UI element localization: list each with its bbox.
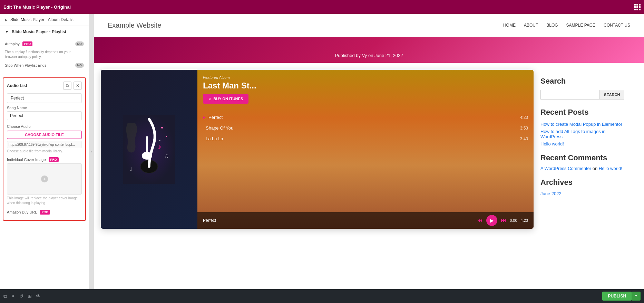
music-note-svg: ♪ ♫ ♩: [121, 115, 177, 184]
player-wrapper: ♪ ♫ ♩ Featured Album Last Man St... ♫ BU…: [101, 70, 534, 229]
cover-image-box[interactable]: +: [7, 163, 82, 195]
duplicate-button[interactable]: ⧉: [63, 82, 71, 90]
cover-image-pro-badge: PRO: [49, 157, 59, 162]
commented-post-link[interactable]: Hello world!: [599, 166, 622, 171]
layers-icon[interactable]: ⧉: [3, 293, 7, 299]
search-input[interactable]: [540, 90, 600, 100]
comment-on: on: [593, 166, 597, 171]
song-name-input[interactable]: [7, 111, 82, 120]
play-pause-button[interactable]: ▶: [486, 215, 497, 226]
archives-widget: Archives June 2022: [540, 178, 623, 197]
next-button[interactable]: ⏭: [501, 217, 506, 224]
recent-post-0[interactable]: How to create Modal Popup in Elementor: [540, 122, 623, 127]
collapse-handle[interactable]: ‹: [89, 14, 94, 289]
bottom-bar: ⧉ ✦ ↺ ⊞ 👁 PUBLISH ▼: [0, 289, 644, 303]
player-controls: Perfect ⏮ ▶ ⏭ 0:00 4:23: [197, 212, 534, 229]
album-art: ♪ ♫ ♩: [101, 70, 197, 229]
search-row: SEARCH: [540, 90, 623, 100]
panel-content: Autoplay PRO NO The autoplay functionali…: [0, 38, 89, 75]
grid-icon[interactable]: [634, 4, 641, 10]
autoplay-label: Autoplay: [5, 42, 20, 46]
choose-audio-group: Choose Audio CHOOSE AUDIO FILE http://20…: [7, 124, 82, 153]
amazon-pro-badge: PRO: [40, 210, 50, 215]
song-name-group: Song Name: [7, 106, 82, 120]
music-icon: ♫: [208, 97, 211, 101]
audio-item-bar[interactable]: Perfect: [7, 93, 82, 103]
svg-point-2: [142, 152, 152, 160]
publish-arrow[interactable]: ▼: [632, 292, 641, 301]
gradient-header: Published by Vy on June 21, 2022: [94, 37, 644, 63]
svg-point-5: [159, 140, 160, 141]
song-name-2: La La La: [206, 136, 520, 141]
history-icon[interactable]: ↺: [19, 293, 23, 299]
sidebar: ▶ Slide Music Player - Album Details ▼ S…: [0, 14, 89, 289]
buy-itunes-button[interactable]: ♫ BUY ON ITUNES: [203, 94, 248, 104]
chevron-down-icon: ▼: [5, 29, 9, 34]
audio-item-label: Perfect: [11, 96, 24, 101]
published-by: Published by Vy on June 21, 2022: [335, 53, 403, 58]
duration-2: 3:40: [520, 136, 528, 141]
playlist-item-2[interactable]: La La La 3:40: [197, 133, 534, 144]
sidebar-item-album-label: Slide Music Player - Album Details: [10, 17, 74, 22]
recent-post-1[interactable]: How to add Alt Tags to images in WordPre…: [540, 129, 623, 139]
recent-post-2[interactable]: Hello world!: [540, 141, 623, 146]
top-bar: Edit The Music Player - Original: [0, 0, 644, 14]
cover-image-label: Individual Cover Image PRO: [7, 157, 82, 162]
svg-point-4: [166, 136, 167, 137]
comment-text: A WordPress Commenter on Hello world!: [540, 166, 623, 171]
autoplay-pro-badge: PRO: [22, 41, 33, 46]
nav-home[interactable]: HOME: [503, 23, 516, 28]
choose-audio-button[interactable]: CHOOSE AUDIO FILE: [7, 131, 82, 139]
svg-point-3: [161, 127, 163, 129]
audio-hint: Choose audio file from media library.: [7, 149, 82, 153]
autoplay-toggle[interactable]: NO: [75, 41, 84, 46]
audio-list-title: Audio List: [7, 83, 27, 88]
song-name-label: Song Name: [7, 106, 82, 110]
chevron-right-icon: ▶: [5, 18, 8, 22]
website-header: Example Website HOME ABOUT BLOG SAMPLE P…: [94, 14, 644, 37]
prev-button[interactable]: ⏮: [477, 217, 483, 224]
content-area: ♪ ♫ ♩ Featured Album Last Man St... ♫ BU…: [94, 63, 644, 229]
publish-wrapper: PUBLISH ▼: [602, 292, 641, 301]
total-time: 4:23: [521, 218, 528, 222]
music-player: ♪ ♫ ♩ Featured Album Last Man St... ♫ BU…: [101, 70, 534, 229]
svg-text:♫: ♫: [164, 152, 169, 159]
album-title: Last Man St...: [197, 81, 534, 94]
sidebar-item-album-details[interactable]: ▶ Slide Music Player - Album Details: [0, 14, 89, 26]
website-title: Example Website: [108, 21, 161, 29]
playlist-item-1[interactable]: Shape Of You 3:53: [197, 123, 534, 133]
archive-june-2022[interactable]: June 2022: [540, 191, 562, 196]
cover-hint: This image will replace the player cover…: [7, 196, 82, 206]
plus-icon: +: [41, 176, 48, 182]
website-nav: HOME ABOUT BLOG SAMPLE PAGE CONTACT US: [503, 23, 630, 28]
search-title: Search: [540, 77, 623, 86]
audio-list-actions: ⧉ ✕: [63, 82, 82, 90]
audio-list-section: Audio List ⧉ ✕ Perfect Song Name Choose …: [3, 77, 86, 221]
stop-playlist-row: Stop When Playlist Ends NO: [5, 63, 84, 68]
sidebar-item-playlist[interactable]: ▼ Slide Music Player - Playlist: [0, 26, 89, 38]
nav-contact-us[interactable]: CONTACT US: [604, 23, 630, 28]
nav-icon[interactable]: ⊞: [28, 293, 32, 299]
stop-playlist-toggle[interactable]: NO: [75, 63, 84, 68]
nav-sample-page[interactable]: SAMPLE PAGE: [566, 23, 595, 28]
commenter-link[interactable]: A WordPress Commenter: [540, 166, 591, 171]
playlist-item-0[interactable]: ▶ Perfect 4:23: [197, 112, 534, 123]
audio-list-header: Audio List ⧉ ✕: [7, 82, 82, 90]
song-name-1: Shape Of You: [206, 125, 520, 131]
top-bar-title: Edit The Music Player - Original: [3, 4, 631, 10]
nav-blog[interactable]: BLOG: [546, 23, 558, 28]
duration-0: 4:23: [520, 115, 528, 120]
eye-icon[interactable]: 👁: [36, 293, 41, 299]
preview-area: Example Website HOME ABOUT BLOG SAMPLE P…: [94, 14, 644, 289]
publish-button[interactable]: PUBLISH: [602, 292, 632, 301]
player-left: ♪ ♫ ♩: [101, 70, 197, 229]
close-button[interactable]: ✕: [74, 82, 82, 90]
recent-posts-title: Recent Posts: [540, 108, 623, 117]
archives-title: Archives: [540, 178, 623, 187]
cover-image-group: Individual Cover Image PRO + This image …: [7, 157, 82, 206]
nav-about[interactable]: ABOUT: [524, 23, 538, 28]
brush-icon[interactable]: ✦: [11, 293, 15, 299]
search-button[interactable]: SEARCH: [600, 90, 624, 100]
recent-comments-widget: Recent Comments A WordPress Commenter on…: [540, 153, 623, 171]
choose-audio-label: Choose Audio: [7, 124, 82, 129]
